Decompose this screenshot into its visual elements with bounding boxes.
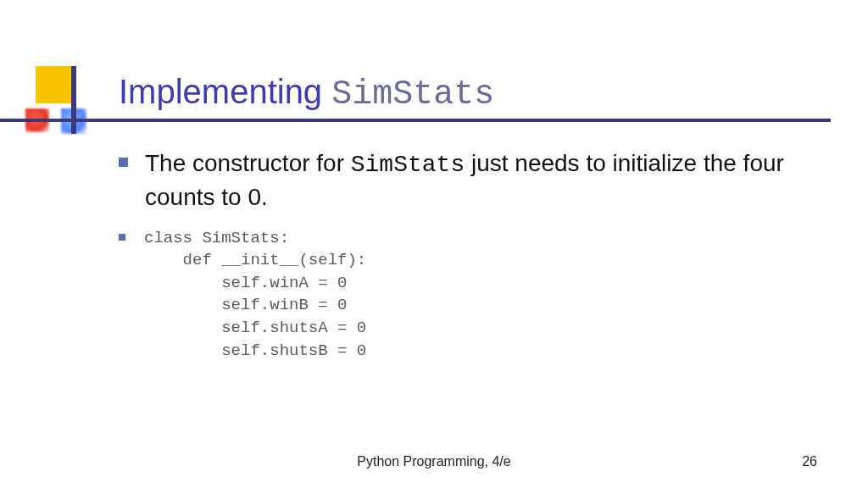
slide-body: The constructor for SimStats just needs … xyxy=(119,147,822,362)
slide: Implementing SimStats The constructor fo… xyxy=(0,0,868,488)
footer-page-number: 26 xyxy=(802,454,817,469)
title-text: Implementing xyxy=(119,73,331,110)
footer-book-title: Python Programming, 4/e xyxy=(0,454,868,469)
code-block: class SimStats: def __init__(self): self… xyxy=(144,227,366,363)
slide-title: Implementing SimStats xyxy=(119,73,494,114)
code-bullet-item: class SimStats: def __init__(self): self… xyxy=(119,227,822,363)
bullet-square-icon xyxy=(119,234,125,241)
title-code: SimStats xyxy=(331,75,494,114)
title-decoration xyxy=(0,66,85,134)
vertical-rule xyxy=(71,66,76,134)
horizontal-rule xyxy=(0,119,831,122)
bullet-text: The constructor for SimStats just needs … xyxy=(145,147,822,214)
bullet-code-span: SimStats xyxy=(351,152,465,178)
bullet-square-icon xyxy=(119,158,128,167)
bullet-item: The constructor for SimStats just needs … xyxy=(119,147,822,214)
yellow-square-icon xyxy=(36,66,73,103)
bullet-text-pre: The constructor for xyxy=(145,150,351,176)
